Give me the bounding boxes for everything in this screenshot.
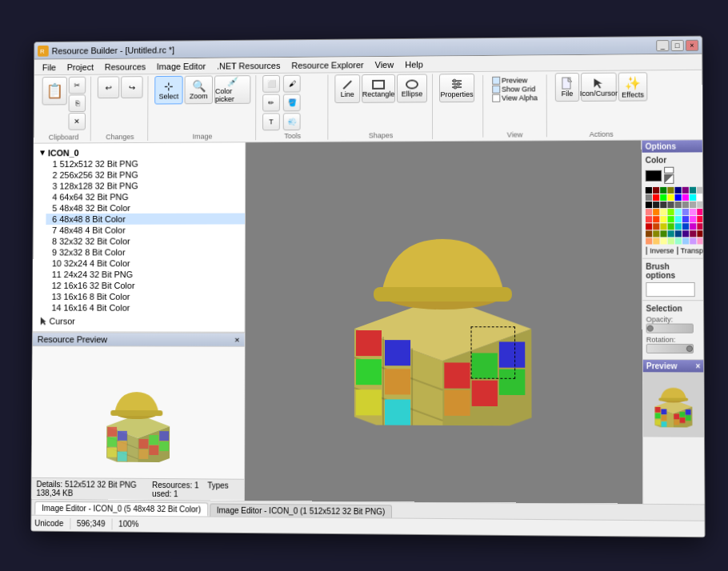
color-cell[interactable] (697, 216, 703, 222)
rectangle-button[interactable]: Rectangle (362, 74, 395, 103)
tree-item-7[interactable]: 7 48x48 4 Bit Color (46, 224, 245, 235)
color-cell[interactable] (660, 194, 666, 201)
color-cell[interactable] (697, 238, 703, 244)
tree-item-11[interactable]: 11 24x24 32 Bit PNG (46, 269, 245, 280)
brush-input[interactable] (646, 282, 694, 297)
color-cell[interactable] (646, 223, 652, 230)
properties-button[interactable]: Properties (439, 74, 474, 102)
color-cell[interactable] (653, 238, 659, 244)
paste-button[interactable]: 📋 (42, 77, 67, 106)
menu-net-resources[interactable]: .NET Resources (212, 59, 285, 73)
color-cell[interactable] (682, 202, 689, 208)
tab-1[interactable]: Image Editor - ICON_0 (1 512x512 32 Bit … (210, 504, 392, 518)
color-cell[interactable] (697, 209, 703, 215)
tree-item-12[interactable]: 12 16x16 32 Bit Color (46, 280, 245, 291)
color-cell[interactable] (682, 223, 689, 230)
tree-item-3[interactable]: 3 128x128 32 Bit PNG (46, 180, 245, 192)
color-cell[interactable] (646, 209, 652, 215)
tree-item-1[interactable]: 1 512x512 32 Bit PNG (46, 158, 245, 170)
tree-cursor[interactable]: Cursor (33, 313, 245, 327)
tree-item-5[interactable]: 5 48x48 32 Bit Color (46, 202, 245, 214)
rotation-slider[interactable] (646, 344, 694, 353)
color-cell[interactable] (653, 216, 659, 222)
tree-root[interactable]: ▾ ICON_0 (34, 146, 245, 158)
color-cell[interactable] (667, 216, 674, 222)
tree-item-6[interactable]: 6 48x48 8 Bit Color (46, 214, 245, 225)
color-cell[interactable] (682, 230, 689, 237)
menu-help[interactable]: Help (400, 58, 428, 70)
color-cell[interactable] (660, 223, 666, 230)
delete-button[interactable]: ✕ (68, 113, 86, 130)
color-cell[interactable] (697, 230, 703, 237)
preview-close-icon[interactable]: × (234, 335, 239, 345)
preview-check[interactable]: Preview (492, 76, 538, 84)
tree-item-10[interactable]: 10 32x24 4 Bit Color (46, 258, 245, 269)
menu-resources[interactable]: Resources (100, 60, 150, 73)
color-cell[interactable] (653, 209, 659, 215)
color-cell[interactable] (667, 202, 674, 208)
view-alpha-check[interactable]: View Alpha (492, 94, 538, 102)
color-cell[interactable] (653, 223, 659, 230)
color-cell[interactable] (697, 194, 703, 201)
color-cell[interactable] (653, 230, 659, 237)
color-cell[interactable] (675, 194, 682, 201)
tree-item-9[interactable]: 9 32x32 8 Bit Color (46, 246, 245, 258)
brush-button[interactable]: 🖌 (283, 75, 301, 93)
eraser-button[interactable]: ⬜ (262, 75, 280, 93)
color-cell[interactable] (697, 223, 703, 230)
foreground-color[interactable] (646, 170, 662, 181)
color-cell[interactable] (646, 187, 652, 194)
zoom-button[interactable]: 🔍 Zoom (185, 76, 214, 105)
minimize-button[interactable]: _ (656, 40, 669, 51)
icon-cursor-button[interactable]: Icon/Cursor (581, 73, 617, 102)
tree-item-8[interactable]: 8 32x32 32 Bit Color (46, 235, 245, 246)
color-cell[interactable] (675, 216, 682, 222)
color-cell[interactable] (690, 202, 696, 208)
tree-item-4[interactable]: 4 64x64 32 Bit PNG (46, 191, 245, 203)
color-cell[interactable] (697, 202, 703, 208)
color-cell[interactable] (675, 238, 682, 244)
menu-image-editor[interactable]: Image Editor (152, 59, 210, 72)
color-cell[interactable] (667, 194, 674, 201)
color-cell[interactable] (690, 209, 696, 215)
color-cell[interactable] (690, 216, 696, 222)
menu-project[interactable]: Project (62, 60, 98, 73)
cut-button[interactable]: ✂ (69, 77, 86, 94)
color-cell[interactable] (660, 238, 666, 244)
menu-view[interactable]: View (370, 58, 399, 70)
line-button[interactable]: Line (334, 74, 360, 103)
redo-button[interactable]: ↪ (121, 76, 143, 98)
menu-file[interactable]: File (38, 61, 61, 74)
color-cell[interactable] (690, 194, 696, 201)
color-cell[interactable] (668, 223, 674, 230)
color-cell[interactable] (682, 187, 689, 194)
color-cell[interactable] (660, 187, 666, 194)
tree-item-13[interactable]: 13 16x16 8 Bit Color (46, 291, 245, 302)
file-action-button[interactable]: File (555, 73, 579, 102)
bucket-button[interactable]: 🪣 (283, 94, 301, 111)
color-cell[interactable] (690, 187, 696, 194)
effects-button[interactable]: ✨ Effects (618, 72, 648, 101)
color-cell[interactable] (646, 202, 652, 208)
color-cell[interactable] (675, 230, 682, 237)
color-cell[interactable] (682, 216, 689, 222)
canvas-area[interactable] (245, 141, 642, 504)
color-cell[interactable] (690, 223, 696, 230)
color-cell[interactable] (646, 238, 652, 244)
color-cell[interactable] (660, 230, 666, 237)
color-cell[interactable] (675, 187, 682, 194)
color-cell[interactable] (682, 194, 689, 201)
color-cell[interactable] (675, 202, 682, 208)
select-button[interactable]: ⊹ Select (154, 76, 182, 105)
color-cell[interactable] (646, 230, 652, 237)
color-cell[interactable] (667, 209, 674, 215)
pencil-button[interactable]: ✏ (262, 94, 280, 112)
color-cell[interactable] (660, 209, 666, 215)
text-button[interactable]: T (262, 113, 280, 130)
tab-0[interactable]: Image Editor - ICON_0 (5 48x48 32 Bit Co… (34, 501, 208, 517)
close-button[interactable]: × (686, 39, 698, 50)
color-cell[interactable] (653, 194, 659, 201)
color-cell[interactable] (646, 216, 652, 222)
opacity-slider[interactable] (646, 324, 694, 333)
inverse-checkbox[interactable] (646, 247, 647, 255)
